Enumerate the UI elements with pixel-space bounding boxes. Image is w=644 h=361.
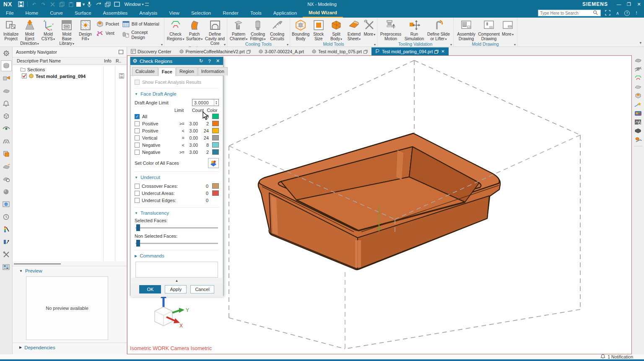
layers-icon[interactable] bbox=[1, 148, 12, 159]
tab-analysis[interactable]: Analysis bbox=[133, 8, 163, 18]
color-swatch[interactable] bbox=[212, 135, 219, 140]
history-clock-icon[interactable] bbox=[1, 211, 12, 222]
tab-file[interactable]: File bbox=[0, 8, 20, 18]
help-icon[interactable]: ? bbox=[624, 10, 630, 16]
tree-scrollbar[interactable] bbox=[13, 261, 127, 266]
cancel-button[interactable]: Cancel bbox=[190, 285, 214, 293]
cooling-fittings-button[interactable]: Cooling Fittings bbox=[248, 19, 267, 42]
group-launcher-icon[interactable]: ▾ bbox=[287, 43, 288, 47]
check-regions-button[interactable]: Check Regions bbox=[166, 19, 185, 42]
all-checkbox[interactable] bbox=[135, 114, 140, 119]
dialog-help-icon[interactable]: ? bbox=[206, 59, 213, 64]
preprocess-motion-button[interactable]: Preprocess Motion bbox=[379, 19, 402, 41]
undercut-edges-row[interactable]: Undercut Edges: 0 bbox=[135, 197, 219, 204]
slider-track[interactable] bbox=[135, 227, 218, 229]
column-r[interactable]: R.. bbox=[116, 58, 127, 63]
spinner-arrows-icon[interactable]: ▲▼ bbox=[214, 99, 218, 106]
assembly-drawing-button[interactable]: Assembly Drawing bbox=[455, 19, 477, 41]
tab-calculate[interactable]: Calculate bbox=[132, 67, 158, 75]
component-drawing-button[interactable]: Component Drawing bbox=[477, 19, 501, 41]
color-scale-icon[interactable] bbox=[1, 224, 12, 235]
negative-ge-checkbox[interactable] bbox=[135, 150, 140, 155]
mold-wizard-tool-icon[interactable] bbox=[1, 161, 12, 172]
extend-sheet-button[interactable]: Extend Sheet bbox=[345, 19, 363, 42]
tab-assemblies[interactable]: Assemblies bbox=[97, 8, 134, 18]
initialize-project-button[interactable]: Initialize Project bbox=[2, 19, 20, 41]
dialog-collapse-handle[interactable]: ▲ bbox=[130, 278, 223, 283]
window-menu[interactable]: Window ▾ bbox=[122, 2, 151, 7]
undercut-section[interactable]: ▼ Undercut bbox=[135, 171, 219, 180]
tab-tools[interactable]: Tools bbox=[244, 8, 267, 18]
apply-button[interactable]: Apply bbox=[165, 285, 187, 293]
positive-ge-checkbox[interactable] bbox=[135, 121, 140, 126]
tab-test-mold-parting-094[interactable]: Test mold_parting_094.prt ✕ bbox=[371, 47, 449, 55]
hd3d-box-icon[interactable] bbox=[1, 111, 12, 122]
tab-face[interactable]: Face bbox=[158, 68, 176, 76]
set-color-button[interactable] bbox=[208, 158, 219, 168]
patch-surface-button[interactable]: Patch Surface bbox=[185, 19, 204, 42]
save-icon[interactable] bbox=[16, 1, 26, 8]
define-slide-lifter-button[interactable]: Define Slide or Lifter bbox=[426, 19, 451, 42]
face-draft-angle-section[interactable]: ▼ Face Draft Angle bbox=[135, 88, 219, 96]
color-swatch[interactable] bbox=[212, 128, 219, 133]
open-in-window-icon[interactable] bbox=[247, 49, 251, 53]
face-row-negative-lt[interactable]: Negative < 3.00 8 bbox=[135, 141, 219, 148]
mold-tools-more-button[interactable]: More bbox=[363, 19, 376, 37]
tab-curve[interactable]: Curve bbox=[44, 8, 69, 18]
stamp-block-icon[interactable] bbox=[633, 127, 643, 135]
new-window-icon[interactable]: ▾ bbox=[75, 1, 85, 8]
undercut-areas-checkbox[interactable] bbox=[135, 191, 140, 196]
open-in-window-icon[interactable] bbox=[364, 49, 368, 53]
tree-row-part[interactable]: Test mold_parting_094 bbox=[13, 73, 127, 80]
tab-application[interactable]: Application bbox=[267, 8, 303, 18]
facet-analysis-checkbox[interactable] bbox=[135, 80, 140, 85]
mold-part-icon[interactable] bbox=[633, 56, 643, 64]
checkbox-red-check[interactable] bbox=[22, 73, 27, 79]
mold-search-icon[interactable] bbox=[1, 174, 12, 184]
group-launcher-icon[interactable]: ▾ bbox=[450, 43, 452, 47]
define-cavity-core-button[interactable]: Define Cavity and Core bbox=[204, 19, 226, 46]
tab-information[interactable]: Information bbox=[198, 67, 228, 75]
color-swatch[interactable] bbox=[212, 142, 219, 148]
tab-premiere-coffee-machine[interactable]: PremiereCoffeeMachineV2.prt bbox=[175, 47, 254, 55]
positive-lt-checkbox[interactable] bbox=[135, 128, 140, 133]
bounding-body-button[interactable]: Bounding Body bbox=[292, 19, 309, 41]
slider-handle[interactable] bbox=[136, 224, 140, 231]
color-swatch[interactable] bbox=[212, 183, 219, 189]
roles-gear-icon[interactable] bbox=[1, 48, 12, 59]
panel-window-icon[interactable] bbox=[119, 50, 123, 54]
color-swatch[interactable] bbox=[212, 114, 219, 119]
check-regions-arcs-icon[interactable] bbox=[633, 74, 643, 82]
memory-layout-icon[interactable] bbox=[1, 262, 12, 273]
web-browser-icon[interactable] bbox=[1, 199, 12, 210]
measure-icon[interactable] bbox=[1, 236, 12, 247]
mold-drawing-more-button[interactable]: More bbox=[501, 19, 515, 37]
group-launcher-icon[interactable]: ▾ bbox=[224, 43, 226, 47]
face-row-positive-lt[interactable]: Positive < 3.00 24 bbox=[135, 127, 219, 134]
crossover-faces-checkbox[interactable] bbox=[135, 184, 140, 189]
reset-icon[interactable]: ↻ bbox=[198, 58, 204, 64]
vent-button[interactable]: Vent bbox=[96, 30, 119, 36]
pocket-button[interactable]: Pocket bbox=[96, 21, 119, 27]
slider-track[interactable] bbox=[135, 243, 218, 244]
fullscreen-icon[interactable] bbox=[604, 10, 611, 16]
commands-section[interactable]: ▶ Commands bbox=[135, 250, 219, 258]
assembly-navigator-icon[interactable] bbox=[1, 60, 12, 71]
negative-lt-checkbox[interactable] bbox=[135, 143, 140, 148]
tab-3-007-000224[interactable]: 3-007-000224_A.prt bbox=[254, 47, 308, 55]
microphone-icon[interactable] bbox=[85, 1, 94, 8]
touch-mode-icon[interactable] bbox=[94, 1, 103, 8]
color-swatch[interactable] bbox=[212, 149, 219, 155]
face-row-vertical[interactable]: Vertical = 0.00 24 bbox=[135, 134, 219, 141]
undercut-edges-checkbox[interactable] bbox=[135, 198, 140, 203]
color-swatch[interactable] bbox=[212, 121, 219, 126]
column-descriptive-part-name[interactable]: Descriptive Part Name bbox=[13, 58, 104, 63]
ok-button[interactable]: OK bbox=[139, 285, 161, 293]
tab-view[interactable]: View bbox=[163, 8, 185, 18]
tab-region[interactable]: Region bbox=[176, 67, 197, 75]
analysis-settings-icon[interactable] bbox=[633, 118, 643, 126]
ribbon-overflow-icon[interactable]: ▾ bbox=[639, 41, 641, 45]
scrollbar-thumb[interactable] bbox=[14, 263, 61, 265]
undercut-areas-row[interactable]: Undercut Areas: 0 bbox=[135, 190, 219, 197]
info-sphere-icon[interactable] bbox=[1, 186, 12, 197]
